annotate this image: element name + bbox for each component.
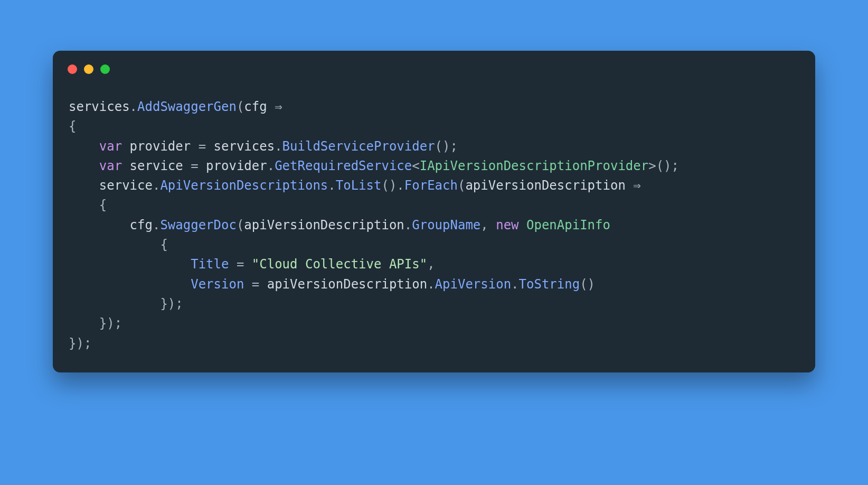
- code-token: service: [69, 178, 153, 193]
- window-traffic-lights: [53, 51, 815, 79]
- code-token: (: [237, 99, 244, 114]
- code-token: (: [237, 218, 244, 232]
- code-token: .: [130, 99, 137, 114]
- code-line: {: [69, 198, 107, 212]
- code-token: var: [99, 158, 122, 173]
- code-card: services.AddSwaggerGen(cfg ⇒ { var provi…: [53, 51, 815, 372]
- code-token: SwaggerDoc: [160, 218, 237, 232]
- code-token: });: [69, 336, 91, 351]
- code-token: services: [214, 139, 275, 154]
- code-token: {: [160, 237, 167, 252]
- code-token: [69, 237, 160, 252]
- code-line: services.AddSwaggerGen(cfg ⇒: [69, 99, 282, 114]
- code-line: });: [69, 316, 122, 331]
- traffic-light-green-icon: [100, 64, 110, 74]
- code-token: [519, 218, 526, 232]
- code-line: Version = apiVersionDescription.ApiVersi…: [69, 277, 595, 292]
- code-token: =: [191, 158, 206, 173]
- code-token: provider: [206, 158, 267, 173]
- code-token: .: [153, 178, 160, 193]
- code-token: "Cloud Collective APIs": [252, 257, 427, 272]
- code-token: =: [252, 277, 267, 292]
- code-token: .: [427, 277, 435, 292]
- code-token: (): [580, 277, 595, 292]
- code-token: <: [412, 158, 419, 173]
- code-token: [229, 257, 236, 272]
- code-line: var service = provider.GetRequiredServic…: [69, 158, 679, 173]
- code-token: .: [511, 277, 518, 292]
- code-line: });: [69, 296, 183, 311]
- code-line: cfg.SwaggerDoc(apiVersionDescription.Gro…: [69, 218, 610, 232]
- traffic-light-yellow-icon: [84, 64, 93, 74]
- code-line: {: [69, 237, 168, 252]
- code-token: cfg: [244, 99, 275, 114]
- code-token: Version: [191, 277, 244, 292]
- code-token: apiVersionDescription: [244, 218, 404, 232]
- code-token: IApiVersionDescriptionProvider: [420, 158, 648, 173]
- code-token: =: [199, 139, 214, 154]
- code-token: (: [458, 178, 465, 193]
- code-token: .: [267, 158, 275, 173]
- code-token: ApiVersionDescriptions: [160, 178, 328, 193]
- code-line: var provider = services.BuildServiceProv…: [69, 139, 458, 154]
- code-token: service: [122, 158, 191, 173]
- code-token: .: [404, 218, 412, 232]
- code-token: ,: [480, 218, 496, 232]
- code-token: BuildServiceProvider: [282, 139, 435, 154]
- code-line: {: [69, 119, 76, 134]
- code-token: ⇒: [633, 178, 640, 193]
- code-token: apiVersionDescription: [267, 277, 427, 292]
- code-token: [69, 296, 160, 311]
- code-token: .: [275, 139, 282, 154]
- code-token: .: [328, 178, 335, 193]
- code-token: ToString: [519, 277, 580, 292]
- code-token: });: [99, 316, 122, 331]
- code-token: .: [153, 218, 160, 232]
- code-token: OpenApiInfo: [526, 218, 610, 232]
- code-token: provider: [122, 139, 199, 154]
- code-token: [69, 257, 191, 272]
- code-line: Title = "Cloud Collective APIs",: [69, 257, 435, 272]
- code-token: ⇒: [275, 99, 282, 114]
- code-token: {: [99, 198, 107, 212]
- code-token: ().: [381, 178, 404, 193]
- code-token: [69, 139, 99, 154]
- code-token: {: [69, 119, 76, 134]
- code-token: GetRequiredService: [275, 158, 412, 173]
- code-token: ,: [427, 257, 435, 272]
- code-token: services: [69, 99, 130, 114]
- code-token: ForEach: [404, 178, 458, 193]
- code-block: services.AddSwaggerGen(cfg ⇒ { var provi…: [53, 79, 815, 353]
- code-token: =: [237, 257, 252, 272]
- code-token: var: [99, 139, 122, 154]
- code-token: [244, 277, 251, 292]
- code-token: new: [496, 218, 518, 232]
- code-token: [69, 158, 99, 173]
- code-token: AddSwaggerGen: [137, 99, 237, 114]
- traffic-light-red-icon: [68, 64, 77, 74]
- code-token: ();: [435, 139, 458, 154]
- code-token: [69, 277, 191, 292]
- code-token: apiVersionDescription: [465, 178, 633, 193]
- code-token: });: [160, 296, 183, 311]
- code-token: ApiVersion: [435, 277, 512, 292]
- code-token: >();: [648, 158, 679, 173]
- code-token: GroupName: [412, 218, 480, 232]
- code-line: });: [69, 336, 91, 351]
- code-line: service.ApiVersionDescriptions.ToList().…: [69, 178, 641, 193]
- code-token: [69, 198, 99, 212]
- code-token: ToList: [336, 178, 382, 193]
- code-token: Title: [191, 257, 229, 272]
- code-token: cfg: [69, 218, 153, 232]
- code-token: [69, 316, 99, 331]
